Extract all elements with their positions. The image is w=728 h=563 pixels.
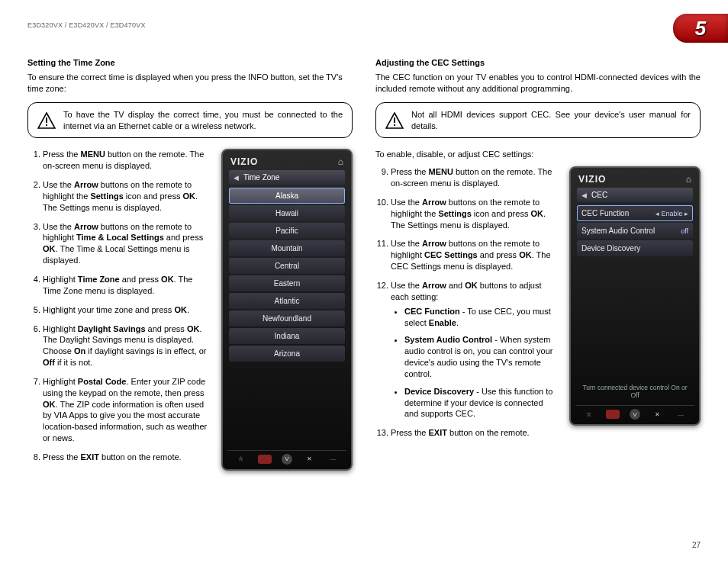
- cec-row: Device Discovery: [577, 240, 693, 256]
- cec-row: CEC Function◂ Enable ▸: [577, 205, 693, 221]
- home-icon: ⌂: [686, 174, 691, 185]
- dash-button-icon: —: [674, 410, 688, 419]
- device-breadcrumb: ◀ Time Zone: [229, 170, 345, 185]
- step-9: Press the MENU button on the remote. The…: [391, 166, 559, 189]
- bullet-cec-function: CEC Function - To use CEC, you must sele…: [404, 306, 559, 329]
- step-1: Press the MENU button on the remote. The…: [43, 149, 211, 172]
- device-breadcrumb: ◀ CEC: [577, 188, 693, 202]
- intro-text: To ensure the correct time is displayed …: [27, 72, 353, 95]
- step-10: Use the Arrow buttons on the remote to h…: [391, 197, 559, 231]
- timezone-list: AlaskaHawaiiPacificMountainCentralEaster…: [227, 188, 346, 404]
- dash-button-icon: —: [326, 455, 340, 464]
- step-5: Highlight your time zone and press OK.: [43, 304, 211, 316]
- device-brand: VIZIO: [578, 174, 606, 185]
- warning-icon: [385, 112, 404, 129]
- timezone-option: Hawaii: [229, 205, 345, 221]
- star-icon: ☆: [234, 455, 248, 464]
- device-screenshot-timezone: VIZIO ⌂ ◀ Time Zone AlaskaHawaiiPacificM…: [221, 149, 353, 470]
- step-7: Highlight Postal Code. Enter your ZIP co…: [43, 376, 211, 444]
- section-heading-timezone: Setting the Time Zone: [27, 58, 353, 67]
- timezone-option: Indiana: [229, 328, 345, 344]
- red-button-icon: [606, 410, 620, 419]
- timezone-option: Pacific: [229, 223, 345, 239]
- back-icon: ◀: [234, 174, 239, 182]
- timezone-option: Eastern: [229, 275, 345, 291]
- step-11: Use the Arrow buttons on the remote to h…: [391, 238, 559, 272]
- device-hint: Turn connected device control On or Off: [575, 379, 694, 402]
- home-icon: ⌂: [338, 156, 343, 167]
- svg-rect-3: [394, 124, 395, 126]
- chapter-number: 5: [695, 17, 706, 40]
- step-2: Use the Arrow buttons on the remote to h…: [43, 179, 211, 214]
- cec-list: CEC Function◂ Enable ▸System Audio Contr…: [575, 205, 694, 317]
- steps-list: Press the MENU button on the remote. The…: [27, 149, 211, 470]
- step-13: Press the EXIT button on the remote.: [391, 427, 559, 439]
- device-footer: ☆ V ✕ —: [227, 450, 346, 465]
- steps-list: Press the MENU button on the remote. The…: [375, 166, 559, 446]
- breadcrumb-label: Time Zone: [243, 173, 279, 182]
- timezone-option: Alaska: [229, 188, 345, 204]
- info-callout: Not all HDMI devices support CEC. See yo…: [375, 102, 701, 139]
- step-8: Press the EXIT button on the remote.: [43, 452, 211, 463]
- timezone-option: Mountain: [229, 240, 345, 256]
- intro-text: The CEC function on your TV enables you …: [375, 72, 701, 95]
- device-screenshot-cec: VIZIO ⌂ ◀ CEC CEC Function◂ Enable ▸Syst…: [569, 166, 701, 426]
- chapter-tab: 5: [673, 14, 728, 43]
- callout-text: Not all HDMI devices support CEC. See yo…: [411, 109, 691, 132]
- v-button-icon: V: [282, 454, 292, 465]
- bullet-device-discovery: Device Discovery - Use this function to …: [404, 386, 559, 420]
- breadcrumb-label: CEC: [591, 191, 607, 199]
- cec-row: System Audio Controloff: [577, 223, 693, 239]
- timezone-option: Atlantic: [229, 293, 345, 309]
- v-button-icon: V: [630, 409, 640, 420]
- left-column: Setting the Time Zone To ensure the corr…: [27, 58, 353, 471]
- section-heading-cec: Adjusting the CEC Settings: [375, 58, 701, 67]
- svg-rect-0: [46, 117, 47, 123]
- back-icon: ◀: [581, 191, 587, 199]
- step-3: Use the Arrow buttons on the remote to h…: [43, 221, 211, 266]
- svg-rect-2: [394, 117, 395, 123]
- right-column: Adjusting the CEC Settings The CEC funct…: [375, 58, 701, 471]
- star-icon: ☆: [582, 410, 596, 419]
- info-callout: To have the TV display the correct time,…: [27, 102, 353, 139]
- device-footer: ☆ V ✕ —: [575, 405, 694, 420]
- model-numbers: E3D320VX / E3D420VX / E3D470VX: [27, 21, 146, 29]
- timezone-option: Arizona: [229, 346, 345, 362]
- step-6: Highlight Daylight Savings and press OK.…: [43, 323, 211, 368]
- lead-text: To enable, disable, or adjust CEC settin…: [375, 149, 701, 160]
- x-button-icon: ✕: [650, 410, 664, 419]
- device-brand: VIZIO: [230, 156, 258, 167]
- svg-rect-1: [46, 124, 47, 126]
- bullet-system-audio: System Audio Control - When system audio…: [404, 334, 559, 379]
- page-number: 27: [692, 541, 701, 549]
- red-button-icon: [258, 455, 272, 464]
- timezone-option: Central: [229, 258, 345, 274]
- step-12: Use the Arrow and OK buttons to adjust e…: [391, 280, 559, 420]
- callout-text: To have the TV display the correct time,…: [63, 109, 343, 132]
- timezone-option: Newfoundland: [229, 310, 345, 327]
- warning-icon: [37, 112, 56, 129]
- x-button-icon: ✕: [302, 455, 316, 464]
- step-4: Highlight Time Zone and press OK. The Ti…: [43, 274, 211, 297]
